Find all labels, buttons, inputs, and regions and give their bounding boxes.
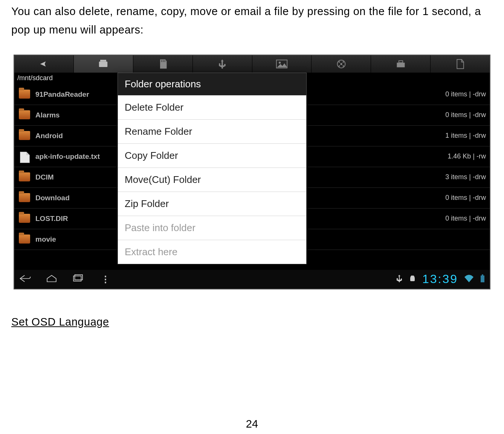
nav-menu-icon[interactable]: ⋮ — [101, 274, 110, 285]
back-arrow-icon — [38, 59, 50, 69]
usb-tab[interactable] — [193, 55, 252, 73]
svg-point-6 — [279, 61, 281, 63]
android-screenshot: /mnt/sdcard 91PandaReader0 items | -drwA… — [14, 55, 490, 289]
usb-status-icon — [396, 274, 403, 284]
wifi-icon — [464, 275, 474, 284]
file-meta: 1.46 Kb | -rw — [447, 152, 486, 160]
svg-rect-1 — [100, 59, 106, 61]
svg-point-11 — [339, 65, 340, 67]
file-icon — [19, 152, 30, 161]
context-menu-item: Extract here — [118, 240, 306, 264]
filter-toolbar — [14, 55, 490, 73]
context-menu-item[interactable]: Delete Folder — [118, 95, 306, 119]
svg-point-9 — [339, 61, 340, 63]
system-navbar: ⋮ 13:39 — [14, 270, 490, 289]
file-meta: 0 items | -drw — [445, 194, 486, 202]
svg-rect-13 — [397, 62, 405, 67]
file-meta: 0 items | -drw — [445, 90, 486, 98]
context-menu-item[interactable]: Rename Folder — [118, 119, 306, 143]
folder-icon — [19, 110, 30, 120]
nav-back-icon[interactable] — [19, 274, 32, 285]
svg-rect-3 — [163, 60, 164, 62]
nav-recent-icon[interactable] — [72, 274, 84, 285]
file-meta: 3 items | -drw — [445, 173, 486, 181]
image-icon — [276, 59, 288, 69]
svg-rect-21 — [482, 274, 483, 276]
status-clock: 13:39 — [422, 272, 458, 286]
video-icon — [335, 59, 347, 69]
folder-icon — [19, 172, 30, 182]
images-tab[interactable] — [252, 55, 312, 73]
folder-icon — [19, 193, 30, 203]
svg-point-8 — [340, 63, 342, 65]
toolbox-icon — [395, 59, 407, 69]
svg-point-10 — [342, 61, 344, 63]
svg-rect-2 — [161, 60, 162, 62]
context-menu-item[interactable]: Copy Folder — [118, 143, 306, 168]
svg-rect-17 — [410, 277, 415, 281]
page-number: 24 — [0, 418, 504, 430]
file-meta: 1 items | -drw — [445, 132, 486, 140]
folder-icon — [19, 214, 30, 224]
video-tab[interactable] — [312, 55, 371, 73]
file-meta: 0 items | -drw — [445, 111, 486, 119]
instruction-text: You can also delete, rename, copy, move … — [11, 0, 493, 40]
context-menu-item[interactable]: Move(Cut) Folder — [118, 168, 306, 192]
context-menu-item: Paste into folder — [118, 216, 306, 240]
context-menu-item[interactable]: Zip Folder — [118, 192, 306, 216]
folder-icon — [19, 131, 30, 141]
sd-tab[interactable] — [133, 55, 193, 73]
svg-rect-14 — [399, 61, 403, 62]
toolbox-tab[interactable] — [371, 55, 431, 73]
svg-point-12 — [342, 65, 344, 67]
svg-rect-20 — [481, 276, 484, 282]
sdcard-icon — [157, 59, 169, 69]
context-menu-title: Folder operations — [118, 73, 306, 95]
back-button[interactable] — [14, 55, 74, 73]
storage-tab[interactable] — [74, 55, 133, 73]
android-status-icon — [409, 274, 416, 284]
folder-icon — [19, 90, 30, 99]
svg-rect-0 — [99, 61, 107, 67]
document-tab[interactable] — [431, 55, 490, 73]
file-meta: 0 items | -drw — [445, 215, 486, 222]
storage-icon — [97, 59, 109, 69]
context-menu: Folder operations Delete FolderRename Fo… — [118, 73, 307, 264]
svg-rect-4 — [165, 60, 166, 62]
nav-home-icon[interactable] — [45, 274, 58, 285]
folder-icon — [19, 235, 30, 244]
battery-icon — [480, 274, 485, 284]
section-heading: Set OSD Language — [11, 316, 493, 328]
document-icon — [454, 59, 466, 69]
usb-icon — [216, 59, 228, 69]
